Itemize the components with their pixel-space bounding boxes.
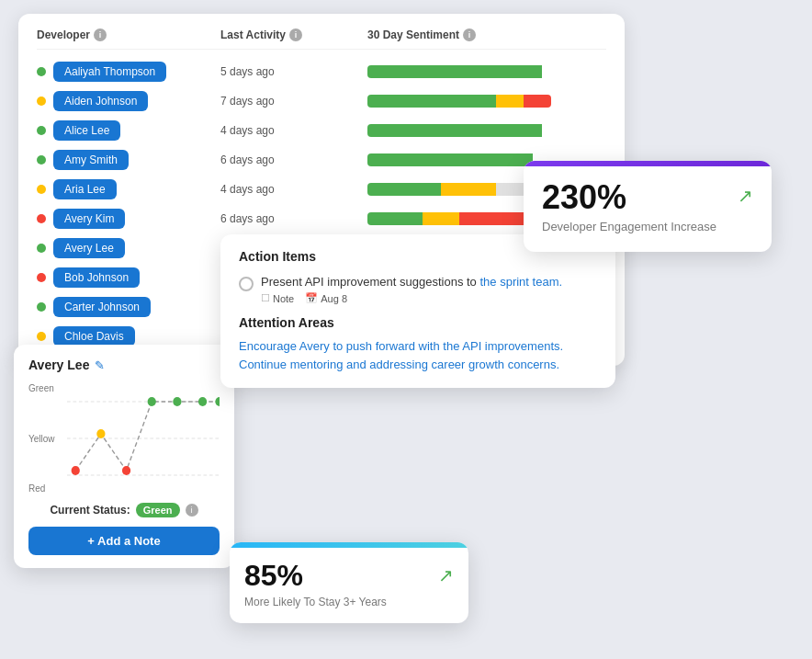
trend-chart	[67, 383, 220, 494]
developer-name-button[interactable]: Amy Smith	[53, 150, 129, 170]
status-dot	[37, 97, 46, 106]
action-meta: ☐ Note 📅 Aug 8	[261, 292, 562, 304]
status-dot	[37, 67, 46, 76]
developer-name-button[interactable]: Bob Johnson	[53, 267, 140, 288]
table-row: Amy Smith6 days ago	[37, 145, 606, 175]
profile-card: Avery Lee ✎ Green Yellow Red Current Sta	[14, 345, 234, 568]
developer-cell: Aria Lee	[37, 179, 220, 199]
sentiment-bar	[367, 153, 551, 166]
last-activity-cell: 6 days ago	[220, 153, 367, 166]
table-header: Developer i Last Activity i 30 Day Senti…	[37, 28, 606, 50]
status-label: Current Status:	[50, 504, 130, 517]
profile-header: Avery Lee ✎	[28, 358, 220, 372]
developer-name-button[interactable]: Aaliyah Thompson	[53, 62, 166, 82]
developer-cell: Chloe Davis	[37, 326, 220, 347]
last-activity-cell: 5 days ago	[220, 65, 367, 78]
chart-label-green: Green	[28, 383, 55, 393]
developer-cell: Avery Lee	[37, 238, 220, 258]
developer-name-button[interactable]: Carter Johnson	[53, 297, 151, 317]
retention-body: 85% More Likely To Stay 3+ Years ↗	[230, 548, 468, 623]
status-dot	[37, 126, 46, 135]
sentiment-cell	[367, 95, 606, 108]
last-activity-info-icon[interactable]: i	[289, 28, 302, 41]
action-item-row: Present API improvement suggestions to t…	[239, 275, 597, 304]
attention-title: Attention Areas	[239, 315, 597, 330]
engagement-info: 230% Developer Engagement Increase	[542, 181, 716, 233]
add-note-button[interactable]: + Add a Note	[28, 527, 220, 555]
bar-segment	[441, 183, 496, 196]
developer-cell: Bob Johnson	[37, 267, 220, 288]
retention-info: 85% More Likely To Stay 3+ Years	[244, 561, 387, 608]
retention-card: 85% More Likely To Stay 3+ Years ↗	[230, 542, 468, 623]
sentiment-bar	[367, 124, 551, 137]
status-dot	[37, 332, 46, 341]
sentiment-cell	[367, 124, 606, 137]
table-row: Alice Lee4 days ago	[37, 116, 606, 145]
developer-cell: Alice Lee	[37, 120, 220, 141]
status-badge: Green	[136, 503, 180, 517]
chart-labels: Green Yellow Red	[28, 383, 55, 494]
meta-note: ☐ Note	[261, 292, 294, 304]
bar-segment	[367, 212, 423, 225]
bar-segment	[524, 95, 551, 108]
retention-percent: 85%	[244, 561, 387, 590]
last-activity-cell: 6 days ago	[220, 212, 367, 225]
developer-name-button[interactable]: Aria Lee	[53, 179, 117, 199]
developer-name-button[interactable]: Chloe Davis	[53, 326, 135, 347]
retention-trend-icon: ↗	[438, 564, 454, 586]
svg-point-5	[122, 466, 130, 475]
action-checkbox[interactable]	[239, 277, 254, 291]
sentiment-info-icon[interactable]: i	[463, 28, 476, 41]
status-dot	[37, 273, 46, 282]
edit-icon[interactable]: ✎	[95, 358, 105, 372]
header-developer: Developer i	[37, 28, 220, 41]
engagement-card: 230% Developer Engagement Increase ↗	[524, 161, 772, 252]
developer-cell: Amy Smith	[37, 150, 220, 170]
sentiment-cell	[367, 65, 606, 78]
bar-segment	[367, 153, 533, 166]
developer-cell: Aiden Johnson	[37, 91, 220, 111]
developer-name-button[interactable]: Avery Kim	[53, 209, 125, 229]
engagement-label: Developer Engagement Increase	[542, 220, 716, 233]
table-row: Avery Kim6 days ago	[37, 204, 606, 233]
bar-segment	[367, 65, 542, 78]
header-last-activity: Last Activity i	[220, 28, 367, 41]
status-dot	[37, 244, 46, 253]
last-activity-cell: 4 days ago	[220, 183, 367, 196]
bar-segment	[367, 124, 542, 137]
action-item-content: Present API improvement suggestions to t…	[261, 275, 562, 304]
developer-name-button[interactable]: Avery Lee	[53, 238, 125, 258]
engagement-body: 230% Developer Engagement Increase ↗	[524, 166, 772, 252]
retention-label: More Likely To Stay 3+ Years	[244, 596, 387, 608]
bar-segment	[423, 212, 459, 225]
developer-name-button[interactable]: Aiden Johnson	[53, 91, 148, 111]
status-dot	[37, 155, 46, 165]
table-row: Aiden Johnson7 days ago	[37, 86, 606, 116]
action-item-text: Present API improvement suggestions to t…	[261, 275, 562, 289]
chart-label-red: Red	[28, 483, 55, 494]
sentiment-bar	[367, 65, 551, 78]
table-row: Aaliyah Thompson5 days ago	[37, 57, 606, 86]
developer-cell: Avery Kim	[37, 209, 220, 229]
current-status-row: Current Status: Green i	[28, 503, 220, 517]
table-row: Aria Lee4 days ago	[37, 175, 606, 204]
profile-name: Avery Lee	[28, 358, 89, 372]
header-sentiment: 30 Day Sentiment i	[367, 28, 606, 41]
svg-point-3	[72, 466, 80, 475]
svg-point-8	[198, 397, 207, 406]
chart-area: Green Yellow Red	[28, 383, 220, 494]
developer-name-button[interactable]: Alice Lee	[53, 120, 120, 141]
status-dot	[37, 302, 46, 312]
svg-point-9	[215, 397, 220, 406]
trend-up-icon: ↗	[738, 185, 753, 207]
svg-point-4	[96, 429, 105, 438]
sentiment-bar	[367, 95, 551, 108]
status-info-icon[interactable]: i	[186, 504, 198, 517]
developer-info-icon[interactable]: i	[94, 28, 107, 41]
status-dot	[37, 185, 46, 194]
last-activity-cell: 4 days ago	[220, 124, 367, 137]
last-activity-cell: 7 days ago	[220, 95, 367, 108]
developer-cell: Aaliyah Thompson	[37, 62, 220, 82]
bar-segment	[367, 183, 441, 196]
svg-point-7	[173, 397, 181, 406]
